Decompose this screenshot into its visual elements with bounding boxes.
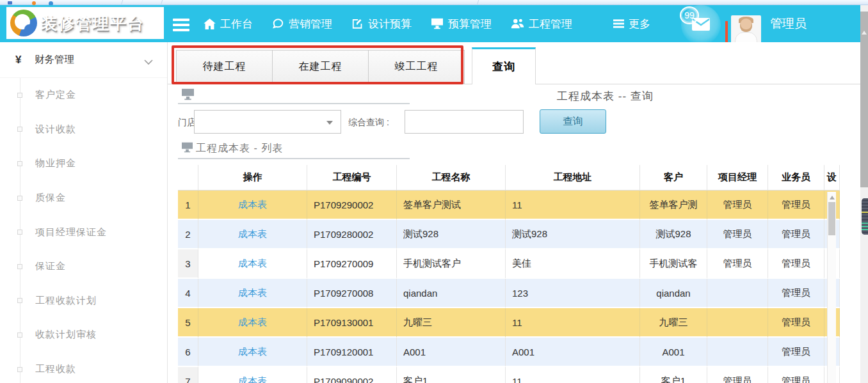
cost-sheet-link[interactable]: 成本表 xyxy=(198,249,307,279)
cost-sheet-link[interactable]: 成本表 xyxy=(198,308,307,338)
monitor-icon xyxy=(181,88,195,103)
project-name: 签单客户测试 xyxy=(397,191,506,220)
project-address: 11 xyxy=(506,367,640,383)
sidebar-item[interactable]: 物业押金 xyxy=(0,146,167,181)
nav-item-marketing[interactable]: 营销管理 xyxy=(272,17,332,31)
col-header-designer-clipped: 设 xyxy=(824,165,840,191)
table-scrollbar-thumb[interactable] xyxy=(828,202,835,235)
sidebar-item[interactable]: 工程收款 xyxy=(0,352,167,383)
sidebar-item-label: 客户定金 xyxy=(35,89,76,101)
sidebar-item[interactable]: 项目经理保证金 xyxy=(0,215,167,249)
sidebar-item[interactable]: 收款计划审核 xyxy=(0,318,167,352)
nav-label: 工作台 xyxy=(220,17,253,31)
salesperson: 管理员 xyxy=(768,191,824,220)
cost-sheet-link[interactable]: 成本表 xyxy=(198,367,307,383)
page-scrollbar-thumb[interactable] xyxy=(860,12,868,187)
tab-ongoing-projects[interactable]: 在建工程 xyxy=(272,50,369,84)
table-row: 2 成本表 P1709280002 测试928 测试928 测试928 管理员 … xyxy=(178,220,840,249)
table-row: 3 成本表 P1709270009 手机测试客户 美佳 手机测试客 管理员 管理… xyxy=(178,249,840,279)
col-header-index xyxy=(178,165,198,191)
project-manager xyxy=(707,308,768,338)
tab-completed-projects[interactable]: 竣工工程 xyxy=(368,50,465,84)
nav-item-more[interactable]: 更多 xyxy=(613,17,650,31)
search-input[interactable] xyxy=(405,110,524,134)
nav-item-design-budget[interactable]: 设计预算 xyxy=(351,17,412,31)
sidebar-item-label: 物业押金 xyxy=(35,157,76,169)
row-index: 7 xyxy=(178,367,198,383)
project-address: 11 xyxy=(506,308,640,338)
sidebar-item[interactable]: 质保金 xyxy=(0,181,167,215)
sidebar-group-finance[interactable]: ¥ 财务管理 xyxy=(0,42,167,78)
avatar[interactable] xyxy=(731,15,761,44)
browser-tab-divider xyxy=(121,0,124,5)
cost-sheet-link[interactable]: 成本表 xyxy=(198,338,307,367)
tab-query-active[interactable]: 查询 xyxy=(472,47,536,84)
app-logo[interactable]: 装修管理平台 xyxy=(6,7,164,39)
project-code: P1709130001 xyxy=(307,308,397,338)
users-icon xyxy=(511,18,524,29)
divider xyxy=(178,158,410,159)
sidebar-item-label: 工程收款计划 xyxy=(35,295,97,307)
project-name: qiandan xyxy=(397,279,506,308)
table-body: 1 成本表 P1709290002 签单客户测试 11 签单客户测 管理员 管理… xyxy=(178,191,840,383)
scrollbar-minimap-marker xyxy=(862,198,868,235)
sidebar-toggle-icon[interactable] xyxy=(173,19,189,33)
salesperson: 管理员 xyxy=(768,308,824,338)
nav-item-project-manage[interactable]: 工程管理 xyxy=(511,17,572,31)
page-scrollbar[interactable] xyxy=(860,5,868,383)
cost-table: 操作 工程编号 工程名称 工程地址 客户 项目经理 业务员 设 1 成本表 P1… xyxy=(178,165,840,383)
monitor-icon xyxy=(181,142,193,155)
table-scrollbar[interactable] xyxy=(827,192,836,383)
project-code: P1709290002 xyxy=(307,191,397,220)
project-name: 九曜三 xyxy=(397,308,506,338)
project-name: 手机测试客户 xyxy=(397,249,506,279)
tree-node-icon xyxy=(17,196,22,201)
monitor-icon xyxy=(431,18,444,29)
cost-sheet-link[interactable]: 成本表 xyxy=(198,220,307,249)
unread-count-badge: 99 xyxy=(680,6,699,24)
project-name: 客户1 xyxy=(397,367,506,383)
sidebar-item[interactable]: 客户定金 xyxy=(0,78,167,113)
query-panel-title: 工程成本表 -- 查询 xyxy=(557,89,654,104)
tree-node-icon xyxy=(17,230,22,235)
col-header-code: 工程编号 xyxy=(307,165,397,191)
brand-title: 装修管理平台 xyxy=(41,13,145,34)
store-select[interactable] xyxy=(194,110,341,134)
project-code: P1709120001 xyxy=(307,338,397,367)
project-manager: 管理员 xyxy=(707,249,768,279)
col-header-address: 工程地址 xyxy=(506,165,640,191)
col-header-customer: 客户 xyxy=(640,165,707,191)
nav-item-workbench[interactable]: 工作台 xyxy=(204,17,253,31)
cost-sheet-link[interactable]: 成本表 xyxy=(198,191,307,220)
scroll-up-icon[interactable] xyxy=(830,196,835,199)
current-user-name[interactable]: 管理员 xyxy=(770,5,807,42)
table-header-row: 操作 工程编号 工程名称 工程地址 客户 项目经理 业务员 设 xyxy=(178,165,840,191)
tree-node-icon xyxy=(17,161,22,166)
table-row: 5 成本表 P1709130001 九曜三 11 九曜三 管理员 xyxy=(178,308,840,338)
header-divider xyxy=(725,21,728,43)
tab-strip: 待建工程 在建工程 竣工工程 查询 xyxy=(168,42,868,84)
sidebar-item[interactable]: 保证金 xyxy=(0,249,167,284)
cost-sheet-link[interactable]: 成本表 xyxy=(198,279,307,308)
row-index: 5 xyxy=(178,308,198,338)
edit-icon xyxy=(351,18,364,29)
nav-item-budget-manage[interactable]: 预算管理 xyxy=(431,17,492,31)
project-manager xyxy=(707,279,768,308)
salesperson: 管理员 xyxy=(768,249,824,279)
query-button[interactable]: 查询 xyxy=(540,109,606,134)
customer: qiandan xyxy=(640,279,707,308)
nav-label: 预算管理 xyxy=(448,17,492,31)
list-panel-heading: 工程成本表 - 列表 xyxy=(196,142,283,155)
customer: 手机测试客 xyxy=(640,249,707,279)
sidebar-item-label: 保证金 xyxy=(35,260,66,272)
sidebar-menu: 客户定金 设计收款 物业押金 质保金 项目经理保证金 xyxy=(0,78,167,383)
tab-pending-projects[interactable]: 待建工程 xyxy=(176,50,273,84)
sidebar-item[interactable]: 设计收款 xyxy=(0,113,167,147)
customer: 测试928 xyxy=(640,220,707,249)
project-address: 测试928 xyxy=(506,220,640,249)
sidebar-item[interactable]: 工程收款计划 xyxy=(0,284,167,318)
messages-button[interactable]: 99 xyxy=(681,5,721,45)
salesperson: 管理员 xyxy=(768,279,824,308)
sidebar-item-label: 项目经理保证金 xyxy=(35,226,107,238)
divider xyxy=(178,103,410,104)
